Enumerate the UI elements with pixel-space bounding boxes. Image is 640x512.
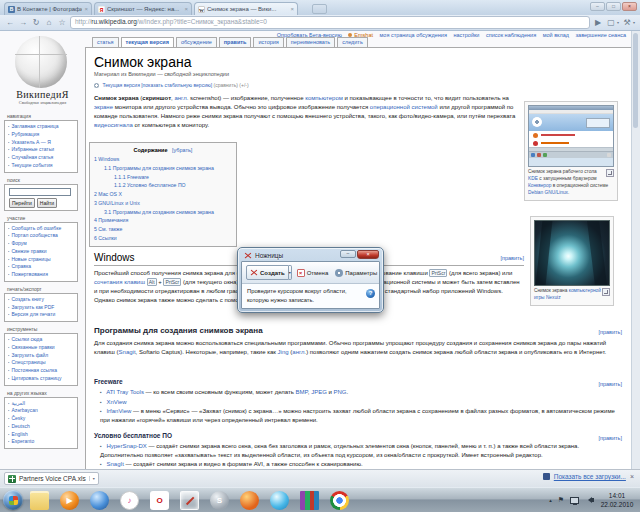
tab-close-icon[interactable]: × xyxy=(184,6,188,12)
sidebar-link[interactable]: Загрузить как PDF xyxy=(8,304,75,312)
personal-link[interactable]: моя страница обсуждения xyxy=(380,32,447,38)
search-input[interactable] xyxy=(9,188,71,196)
browser-tab[interactable]: В В Контакте | Фотографии × xyxy=(4,2,92,15)
sidebar-link[interactable]: Форум xyxy=(8,240,75,248)
sidebar-link[interactable]: Текущие события xyxy=(8,162,75,170)
toc-entry[interactable]: 1.1 Программы для создания снимков экран… xyxy=(94,164,232,173)
show-all-downloads-link[interactable]: Показать все загрузки... xyxy=(554,473,626,480)
edit-section-link[interactable]: [править] xyxy=(598,381,622,387)
sidebar-link[interactable]: Цитировать страницу xyxy=(8,375,75,383)
itunes-icon[interactable]: ♪ xyxy=(120,491,139,510)
toc-hide-link[interactable]: [убрать] xyxy=(172,147,192,153)
window-minimize-button[interactable]: – xyxy=(590,2,605,11)
interlanguage-link[interactable]: Azərbaycan xyxy=(8,407,75,415)
sidebar-link[interactable]: Создать книгу xyxy=(8,296,75,304)
sidebar-link[interactable]: Заглавная страница xyxy=(8,123,75,131)
wiki-page-tab[interactable]: следить xyxy=(337,37,368,47)
personal-link[interactable]: настройки xyxy=(453,32,479,38)
snipping-tool-icon[interactable] xyxy=(180,491,199,510)
edit-section-link[interactable]: [править] xyxy=(500,255,524,261)
sidebar-link[interactable]: Указатель А — Я xyxy=(8,139,75,147)
browser-tab[interactable]: W Снимок экрана — Вики... × xyxy=(194,2,298,15)
reload-icon[interactable]: ↻ xyxy=(31,18,41,28)
sidebar-link[interactable]: Свежие правки xyxy=(8,248,75,256)
toc-entry[interactable]: 3 GNU/Linux и Unix xyxy=(94,199,232,208)
start-button[interactable] xyxy=(3,490,23,510)
snipping-tool-window[interactable]: Ножницы – × Создать ▾ × Отмена Параметры xyxy=(237,247,384,313)
bookmark-star-icon[interactable]: ☆ xyxy=(57,18,67,28)
personal-link[interactable]: мой вклад xyxy=(543,32,569,38)
sidebar-link[interactable]: Справка xyxy=(8,263,75,271)
sidebar-link[interactable]: Ссылки сюда xyxy=(8,336,75,344)
volume-icon[interactable] xyxy=(585,497,594,503)
nexuiz-screenshot-image[interactable] xyxy=(534,220,610,286)
wiki-page-tab[interactable]: текущая версия xyxy=(121,37,174,47)
sidebar-link[interactable]: Связанные правки xyxy=(8,344,75,352)
browser-globe-icon[interactable] xyxy=(90,491,109,510)
interlanguage-link[interactable]: Deutsch xyxy=(8,423,75,431)
toc-entry[interactable]: 1.1.2 Условно бесплатное ПО xyxy=(94,181,232,190)
wrench-menu-icon[interactable]: ⚒ xyxy=(622,18,632,28)
taskbar-clock[interactable]: 14:01 22.02.2010 xyxy=(596,492,638,510)
file-dropdown-caret-icon[interactable]: ▾ xyxy=(89,476,95,481)
kde-screenshot-image[interactable] xyxy=(528,105,614,167)
tab-close-icon[interactable]: × xyxy=(84,6,88,12)
edit-section-link[interactable]: [править] xyxy=(598,435,622,441)
new-snip-dropdown[interactable]: ▾ xyxy=(289,265,292,280)
sidebar-link[interactable]: Загрузить файл xyxy=(8,352,75,360)
toc-entry[interactable]: 6 Ссылки xyxy=(94,234,232,243)
browser-tab[interactable]: Я Скриншот — Яндекс: на... × xyxy=(94,2,192,15)
personal-link[interactable]: завершение сеанса xyxy=(576,32,626,38)
toc-entry[interactable]: 5 См. также xyxy=(94,225,232,234)
address-bar[interactable]: http://ru.wikipedia.org/w/index.php?titl… xyxy=(70,16,590,29)
download-bar-close-icon[interactable]: × xyxy=(630,473,634,480)
interlanguage-link[interactable]: Česky xyxy=(8,415,75,423)
network-icon[interactable] xyxy=(570,497,579,504)
edit-section-link[interactable]: [править] xyxy=(598,329,622,335)
sidebar-link[interactable]: Версия для печати xyxy=(8,311,75,319)
wiki-page-tab[interactable]: обсуждение xyxy=(176,37,217,47)
sidebar-link[interactable]: Портал сообщества xyxy=(8,232,75,240)
enlarge-icon[interactable] xyxy=(606,169,614,177)
sidebar-link[interactable]: Новые страницы xyxy=(8,256,75,264)
messenger-icon[interactable] xyxy=(270,491,289,510)
go-icon[interactable]: ▶ xyxy=(593,18,603,28)
explorer-icon[interactable] xyxy=(30,491,49,510)
sidebar-link[interactable]: Пожертвования xyxy=(8,271,75,279)
opera-icon[interactable]: O xyxy=(150,491,169,510)
toc-entry[interactable]: 4 Примечания xyxy=(94,216,232,225)
wiki-page-tab[interactable]: история xyxy=(253,37,283,47)
sidebar-link[interactable]: Постоянная ссылка xyxy=(8,367,75,375)
sidebar-link[interactable]: Случайная статья xyxy=(8,154,75,162)
wiki-page-tab[interactable]: править xyxy=(219,37,252,47)
dialog-close-button[interactable]: × xyxy=(357,250,379,259)
cancel-button[interactable]: × Отмена xyxy=(295,269,331,277)
personal-link[interactable]: список наблюдения xyxy=(486,32,536,38)
tray-expand-icon[interactable]: ▴ xyxy=(549,495,552,505)
downloaded-file-button[interactable]: Partners Voice CPA.xls ▾ xyxy=(4,472,99,485)
toc-entry[interactable]: 3.1 Программы для создания снимков экран… xyxy=(94,208,232,217)
new-tab-button[interactable] xyxy=(312,4,327,14)
interlanguage-link[interactable]: Esperanto xyxy=(8,438,75,446)
media-player-icon[interactable]: ▶ xyxy=(60,491,79,510)
toc-entry[interactable]: 2 Mac OS X xyxy=(94,190,232,199)
dialog-minimize-button[interactable]: – xyxy=(340,250,356,258)
diff-link[interactable]: (+/-) xyxy=(239,82,248,88)
winrar-icon[interactable] xyxy=(300,491,319,510)
app-orange-icon[interactable] xyxy=(240,491,259,510)
back-icon[interactable]: ← xyxy=(5,18,15,28)
page-scrollbar[interactable] xyxy=(631,31,640,469)
sidebar-link[interactable]: Спецстраницы xyxy=(8,359,75,367)
chrome-icon[interactable] xyxy=(330,491,349,510)
search-find-button[interactable]: Найти xyxy=(37,198,57,208)
skype-icon[interactable]: S xyxy=(210,491,229,510)
wiki-page-tab[interactable]: переименовать xyxy=(286,37,335,47)
scrollbar-thumb[interactable] xyxy=(633,33,638,128)
enlarge-icon[interactable] xyxy=(602,288,610,296)
wiki-page-tab[interactable]: статья xyxy=(92,37,119,47)
interlanguage-link[interactable]: العربية xyxy=(8,400,75,408)
help-icon[interactable]: ? xyxy=(366,289,375,298)
search-go-button[interactable]: Перейти xyxy=(9,198,35,208)
new-snip-button[interactable]: Создать xyxy=(246,265,289,280)
sidebar-link[interactable]: Сообщить об ошибке xyxy=(8,225,75,233)
